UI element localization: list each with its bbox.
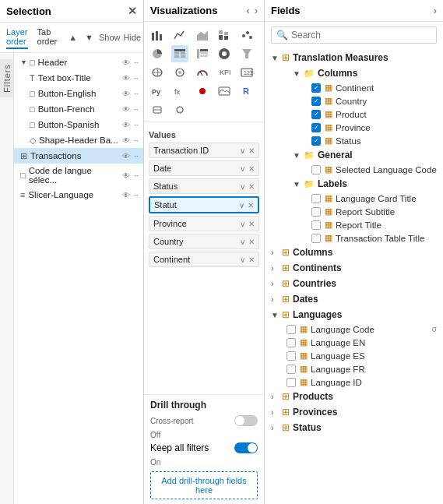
- field-well-date[interactable]: Date ∨ ✕: [149, 160, 259, 176]
- field-province-expand-icon[interactable]: ∨: [240, 220, 245, 228]
- header-eye-icon[interactable]: [121, 57, 131, 68]
- field-continent-remove-icon[interactable]: ✕: [248, 256, 255, 264]
- viz-icon-scatter[interactable]: [238, 26, 255, 44]
- keep-filters-toggle[interactable]: [234, 442, 258, 453]
- viz-icon-image[interactable]: [216, 83, 233, 100]
- viz-icon-pie[interactable]: [149, 45, 166, 62]
- status-checkbox[interactable]: [311, 136, 321, 146]
- language-es-checkbox[interactable]: [287, 351, 296, 361]
- tree-group-provinces[interactable]: › ⊞ Provinces: [265, 404, 443, 420]
- arrow-down-button[interactable]: ▼: [83, 32, 96, 43]
- viz-icon-gauge[interactable]: [194, 64, 211, 81]
- layer-item-header[interactable]: ▼ □ Header: [14, 55, 143, 70]
- tree-item-language-code[interactable]: ▦ Language Code σ: [265, 322, 443, 336]
- field-continent-expand-icon[interactable]: ∨: [240, 256, 245, 264]
- slicer-language-eye-icon[interactable]: [121, 189, 131, 200]
- field-country-expand-icon[interactable]: ∨: [240, 238, 245, 246]
- report-title-checkbox[interactable]: [311, 220, 321, 230]
- viz-icon-line[interactable]: [171, 26, 188, 44]
- province-checkbox[interactable]: [311, 123, 321, 132]
- field-country-remove-icon[interactable]: ✕: [248, 238, 255, 246]
- viz-icon-table[interactable]: [171, 45, 188, 62]
- dates-header[interactable]: › ⊞ Dates: [265, 291, 443, 307]
- tree-group-languages[interactable]: ▼ ⊞ Languages ▦ Language Code σ ▦ Langua…: [265, 307, 443, 389]
- tree-item-report-subtitle[interactable]: ▦ Report Subtitle: [277, 205, 443, 218]
- tree-item-language-en[interactable]: ▦ Language EN: [265, 336, 443, 349]
- field-well-country[interactable]: Country ∨ ✕: [149, 234, 259, 249]
- continents-header[interactable]: › ⊞ Continents: [265, 260, 443, 276]
- columns-table-header[interactable]: › ⊞ Columns: [265, 245, 443, 260]
- viz-icon-card[interactable]: 123: [238, 64, 255, 81]
- tree-item-selected-language-code[interactable]: ▦ Selected Language Code: [277, 163, 443, 176]
- countries-header[interactable]: › ⊞ Countries: [265, 276, 443, 291]
- status-table-header[interactable]: › ⊞ Status: [265, 420, 443, 435]
- viz-icon-matrix[interactable]: [194, 45, 211, 62]
- viz-icon-bar[interactable]: [149, 26, 166, 44]
- field-well-status[interactable]: Status ∨ ✕: [149, 178, 259, 194]
- field-statut-remove-icon[interactable]: ✕: [248, 201, 254, 210]
- button-french-eye-icon[interactable]: [121, 104, 131, 115]
- code-langue-dots-icon[interactable]: [133, 170, 139, 181]
- layer-item-shape-header[interactable]: ◇ Shape-Header Ba...: [14, 132, 143, 148]
- field-well-continent[interactable]: Continent ∨ ✕: [149, 252, 259, 267]
- selected-language-code-checkbox[interactable]: [311, 165, 321, 174]
- general-sub-header[interactable]: ▼ 📁 General: [277, 147, 443, 163]
- labels-sub-header[interactable]: ▼ 📁 Labels: [277, 176, 443, 192]
- tree-group-continents[interactable]: › ⊞ Continents: [265, 260, 443, 276]
- field-well-statut[interactable]: Statut ∨ ✕: [149, 196, 259, 213]
- columns-sub-header[interactable]: ▼ 📁 Columns: [277, 65, 443, 81]
- tree-item-product[interactable]: ▦ Product: [277, 107, 443, 121]
- viz-nav-prev-icon[interactable]: ‹: [246, 5, 249, 16]
- field-expand-icon[interactable]: ∨: [240, 146, 245, 155]
- language-en-checkbox[interactable]: [287, 338, 296, 347]
- viz-icon-python[interactable]: Py: [149, 83, 166, 100]
- tree-item-province[interactable]: ▦ Province: [277, 121, 443, 134]
- languages-header[interactable]: ▼ ⊞ Languages: [265, 307, 443, 322]
- tree-group-translation-measures[interactable]: ▼ ⊞ Translation Measures ▼ 📁 Columns ▦ C…: [265, 50, 443, 245]
- viz-icon-funnel[interactable]: [238, 45, 255, 62]
- layer-item-button-english[interactable]: □ Button-English: [14, 86, 143, 101]
- button-french-dots-icon[interactable]: [133, 104, 139, 115]
- tree-item-country[interactable]: ▦ Country: [277, 94, 443, 107]
- viz-nav-next-icon[interactable]: ›: [255, 5, 258, 16]
- textbox-dots-icon[interactable]: [133, 72, 139, 83]
- tab-layer-order[interactable]: Layer order: [6, 26, 28, 49]
- slicer-language-dots-icon[interactable]: [133, 189, 139, 200]
- tree-item-transaction-table-title[interactable]: ▦ Transaction Table Title: [277, 231, 443, 245]
- viz-icon-kpi[interactable]: KPI: [216, 64, 233, 81]
- tree-item-language-fr[interactable]: ▦ Language FR: [265, 362, 443, 375]
- language-id-checkbox[interactable]: [287, 378, 296, 387]
- tree-group-columns-table[interactable]: › ⊞ Columns: [265, 245, 443, 260]
- button-english-eye-icon[interactable]: [121, 88, 131, 99]
- search-input[interactable]: [291, 30, 431, 41]
- viz-icon-donut[interactable]: [216, 45, 233, 62]
- continent-checkbox[interactable]: [311, 83, 321, 93]
- products-header[interactable]: › ⊞ Products: [265, 389, 443, 404]
- shape-header-eye-icon[interactable]: [121, 135, 131, 146]
- fields-nav-button[interactable]: ›: [434, 5, 437, 16]
- field-status-remove-icon[interactable]: ✕: [248, 182, 255, 191]
- tree-group-status[interactable]: › ⊞ Status: [265, 420, 443, 435]
- viz-icon-r[interactable]: R: [238, 83, 255, 100]
- button-english-dots-icon[interactable]: [133, 88, 139, 99]
- field-date-expand-icon[interactable]: ∨: [240, 164, 245, 173]
- country-checkbox[interactable]: [311, 97, 321, 106]
- viz-icon-area[interactable]: [194, 26, 211, 44]
- tree-group-products[interactable]: › ⊞ Products: [265, 389, 443, 404]
- layer-item-button-spanish[interactable]: □ Button-Spanish: [14, 117, 143, 132]
- tree-item-language-card-title[interactable]: ▦ Language Card Title: [277, 192, 443, 205]
- add-drill-button[interactable]: Add drill-through fields here: [150, 471, 258, 499]
- viz-icon-circle[interactable]: [194, 83, 211, 100]
- tree-item-continent[interactable]: ▦ Continent: [277, 81, 443, 94]
- tree-group-countries[interactable]: › ⊞ Countries: [265, 276, 443, 291]
- transactions-dots-icon[interactable]: [133, 150, 139, 161]
- viz-icon-extra1[interactable]: [149, 101, 166, 118]
- layer-item-code-langue[interactable]: □ Code de langue sélec...: [14, 164, 143, 187]
- textbox-eye-icon[interactable]: [121, 72, 131, 83]
- viz-icon-globe[interactable]: [171, 64, 188, 81]
- field-date-remove-icon[interactable]: ✕: [248, 164, 255, 173]
- tree-item-language-id[interactable]: ▦ Language ID: [265, 375, 443, 389]
- code-langue-eye-icon[interactable]: [121, 170, 131, 181]
- tree-item-language-es[interactable]: ▦ Language ES: [265, 349, 443, 362]
- button-spanish-eye-icon[interactable]: [121, 119, 131, 130]
